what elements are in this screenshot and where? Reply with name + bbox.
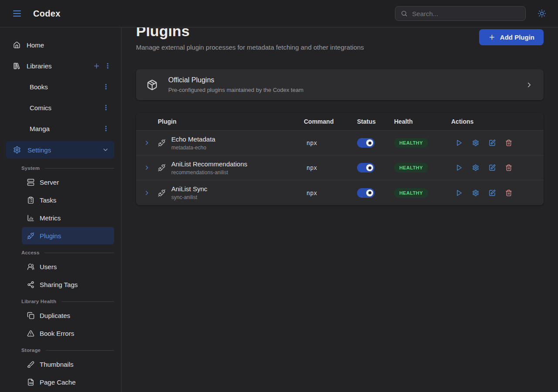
status-toggle[interactable] <box>357 163 374 172</box>
chevron-down-icon <box>102 146 109 153</box>
run-plugin-button[interactable] <box>455 189 463 196</box>
delete-plugin-button[interactable] <box>505 139 512 147</box>
play-icon <box>456 164 463 171</box>
table-row: Echo Metadata metadata-echo npx HEALTHY <box>136 131 544 155</box>
chevron-right-icon <box>143 139 150 146</box>
edit-plugin-button[interactable] <box>488 139 496 147</box>
sidebar-item-label: Book Errors <box>40 330 74 337</box>
section-title: Library Health <box>21 299 56 304</box>
library-icon <box>13 62 20 70</box>
plugin-name-block: AniList Recommendations recommendations-… <box>171 160 247 176</box>
manga-menu-button[interactable] <box>100 123 112 134</box>
copy-icon <box>27 312 34 319</box>
sidebar-item-tasks[interactable]: Tasks <box>22 191 114 209</box>
plugin-cell: AniList Sync sync-anilist <box>158 185 304 200</box>
alert-triangle-icon <box>27 330 34 337</box>
health-badge: HEALTHY <box>394 138 428 148</box>
configure-plugin-button[interactable] <box>472 139 479 147</box>
sidebar-item-metrics[interactable]: Metrics <box>22 209 114 226</box>
sidebar-item-label: Manga <box>30 125 50 132</box>
search-box[interactable] <box>395 6 526 21</box>
sidebar-item-label: Users <box>40 263 57 270</box>
menu-icon[interactable] <box>10 6 24 21</box>
run-plugin-button[interactable] <box>455 139 463 147</box>
add-library-button[interactable] <box>91 60 102 71</box>
configure-plugin-button[interactable] <box>472 164 479 172</box>
sidebar-section-system: System <box>0 160 121 173</box>
trash-icon <box>505 139 512 146</box>
health-cell: HEALTHY <box>394 138 451 148</box>
sidebar-item-users[interactable]: Users <box>22 258 114 275</box>
column-header-health: Health <box>394 118 451 125</box>
run-plugin-button[interactable] <box>455 164 463 172</box>
delete-plugin-button[interactable] <box>505 189 512 196</box>
share-icon <box>27 281 34 288</box>
sidebar-item-home[interactable]: Home <box>0 34 121 55</box>
sidebar-item-comics[interactable]: Comics <box>0 97 121 118</box>
official-card-title: Official Plugins <box>168 76 515 84</box>
sidebar-item-duplicates[interactable]: Duplicates <box>22 307 114 324</box>
sidebar-section-access: Access <box>0 245 121 258</box>
sidebar-item-settings[interactable]: Settings <box>6 141 114 159</box>
plugin-cell: AniList Recommendations recommendations-… <box>158 160 304 176</box>
plugin-slug: metadata-echo <box>171 145 215 151</box>
sidebar-item-sharing-tags[interactable]: Sharing Tags <box>22 276 114 293</box>
edit-plugin-button[interactable] <box>488 189 496 196</box>
configure-plugin-button[interactable] <box>472 189 479 196</box>
sidebar-item-label: Server <box>40 179 59 186</box>
kebab-icon <box>102 83 109 90</box>
package-icon <box>146 79 158 91</box>
sidebar-item-label: Metrics <box>40 214 61 222</box>
delete-plugin-button[interactable] <box>505 164 512 172</box>
chevron-right-icon <box>143 164 150 171</box>
plugin-name: AniList Sync <box>171 185 208 193</box>
plug-icon <box>158 189 166 197</box>
status-cell <box>357 163 394 172</box>
health-badge: HEALTHY <box>394 188 428 198</box>
official-plugins-card[interactable]: Official Plugins Pre-configured plugins … <box>136 69 544 100</box>
comics-menu-button[interactable] <box>100 102 112 113</box>
expand-row-button[interactable] <box>136 189 158 196</box>
search-input[interactable] <box>412 10 520 17</box>
chevron-right-icon <box>525 81 533 89</box>
sidebar-section-library-health: Library Health <box>0 294 121 307</box>
expand-row-button[interactable] <box>136 164 158 171</box>
status-toggle[interactable] <box>357 188 374 198</box>
sidebar-item-label: Sharing Tags <box>40 281 78 288</box>
sidebar-item-manga[interactable]: Manga <box>0 118 121 139</box>
plugins-table: Plugin Command Status Health Actions Ech… <box>136 113 544 205</box>
status-toggle[interactable] <box>357 138 374 148</box>
actions-cell <box>451 189 544 196</box>
libraries-menu-button[interactable] <box>102 60 113 71</box>
status-cell <box>357 138 394 148</box>
sidebar-item-label: Duplicates <box>40 312 70 319</box>
sidebar-item-server[interactable]: Server <box>22 173 114 191</box>
edit-plugin-button[interactable] <box>488 164 496 172</box>
add-plugin-label: Add Plugin <box>500 34 534 41</box>
sidebar-item-libraries[interactable]: Libraries <box>0 55 121 76</box>
theme-toggle-button[interactable] <box>535 7 548 20</box>
section-title: Access <box>21 250 39 255</box>
sidebar-item-thumbnails[interactable]: Thumbnails <box>22 355 114 373</box>
sidebar-item-label: Tasks <box>40 196 56 204</box>
sidebar: Home Libraries Books Comics Manga Settin… <box>0 27 122 392</box>
books-menu-button[interactable] <box>100 81 112 92</box>
clipboard-icon <box>27 196 34 204</box>
add-plugin-button[interactable]: Add Plugin <box>479 29 544 45</box>
health-cell: HEALTHY <box>394 188 451 198</box>
sidebar-item-label: Home <box>27 41 44 49</box>
column-header-status: Status <box>357 118 394 125</box>
official-card-subtitle: Pre-configured plugins maintained by the… <box>168 87 515 93</box>
actions-cell <box>451 139 544 147</box>
sidebar-item-label: Thumbnails <box>40 361 74 368</box>
play-icon <box>456 189 463 196</box>
sidebar-item-book-errors[interactable]: Book Errors <box>22 324 114 342</box>
table-row: AniList Recommendations recommendations-… <box>136 155 544 180</box>
sidebar-item-plugins[interactable]: Plugins <box>22 227 114 244</box>
actions-cell <box>451 164 544 172</box>
section-title: Storage <box>21 348 41 353</box>
sidebar-item-page-cache[interactable]: Page Cache <box>22 373 114 391</box>
expand-row-button[interactable] <box>136 139 158 146</box>
plugin-slug: recommendations-anilist <box>171 169 247 176</box>
sidebar-item-books[interactable]: Books <box>0 76 121 97</box>
